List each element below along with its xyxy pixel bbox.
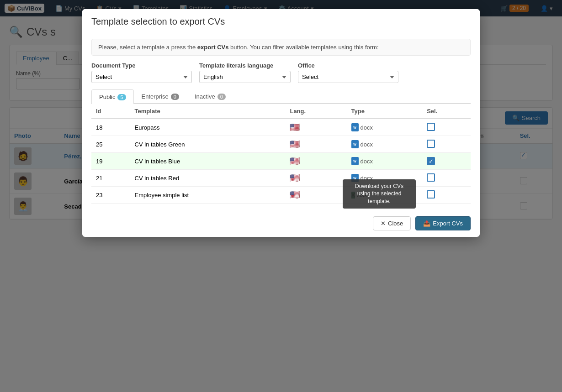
- select-checkbox[interactable]: [427, 173, 435, 182]
- export-icon: 📤: [423, 220, 430, 227]
- modal-header: Template selection to export CVs: [82, 9, 480, 32]
- filetype-icon: W docx: [351, 123, 373, 131]
- filetype-icon: W docx: [351, 157, 373, 165]
- template-lang: 🇺🇸: [285, 119, 346, 136]
- col-lang: Lang.: [285, 104, 346, 119]
- close-button[interactable]: ✕ Close: [373, 216, 411, 230]
- template-id: 23: [91, 187, 130, 204]
- template-lang: 🇺🇸: [285, 136, 346, 153]
- tab-public-badge: 5: [117, 94, 126, 100]
- template-name: CV in tables Red: [130, 170, 286, 187]
- doctype-label: Document Type: [91, 62, 192, 69]
- template-id: 18: [91, 119, 130, 136]
- page-background: 🔍 CVs s Employee C... Name (%) Main degr…: [0, 16, 562, 391]
- filetype-icon: W docx: [351, 140, 373, 148]
- template-name: CV in tables Blue: [130, 153, 286, 170]
- language-label: Template literals language: [199, 62, 291, 69]
- modal-footer: Download your CVs using the selected tem…: [82, 210, 480, 237]
- template-row[interactable]: 18 Europass 🇺🇸 W docx: [91, 119, 471, 136]
- template-type: W docx: [347, 119, 423, 136]
- tab-inactive[interactable]: Inactive 0: [187, 89, 233, 103]
- template-name: CV in tables Green: [130, 136, 286, 153]
- modal-body: Please, select a template a press the ex…: [82, 32, 480, 210]
- doctype-select[interactable]: Select Word Excel: [91, 71, 192, 83]
- export-bold-label: export CVs: [197, 44, 229, 51]
- modal-overlay: Template selection to export CVs Please,…: [0, 0, 562, 391]
- export-cvs-button[interactable]: 📤 Export CVs: [415, 216, 471, 230]
- doctype-filter-group: Document Type Select Word Excel: [91, 62, 192, 83]
- template-lang: 🇺🇸: [285, 187, 346, 204]
- col-template: Template: [130, 104, 286, 119]
- template-lang: 🇺🇸: [285, 153, 346, 170]
- tab-inactive-label: Inactive: [195, 93, 215, 100]
- select-checkbox[interactable]: [427, 190, 435, 199]
- office-select[interactable]: Select Oficina central London Office: [298, 71, 398, 83]
- flag-icon: 🇺🇸: [290, 123, 300, 132]
- modal-description: Please, select a template a press the ex…: [91, 39, 471, 56]
- template-sel[interactable]: [422, 136, 471, 153]
- modal-title: Template selection to export CVs: [91, 16, 471, 27]
- template-id: 25: [91, 136, 130, 153]
- template-sel[interactable]: [422, 187, 471, 204]
- template-lang: 🇺🇸: [285, 170, 346, 187]
- select-checkbox[interactable]: ✓: [427, 157, 435, 165]
- flag-icon: 🇺🇸: [290, 140, 300, 149]
- tab-enterprise[interactable]: Enterprise 0: [134, 89, 187, 103]
- col-sel: Sel.: [422, 104, 471, 119]
- office-filter-group: Office Select Oficina central London Off…: [298, 62, 398, 83]
- flag-icon: 🇺🇸: [290, 173, 300, 183]
- export-tooltip: Download your CVs using the selected tem…: [343, 179, 416, 209]
- language-filter-group: Template literals language English Spani…: [199, 62, 291, 83]
- template-selection-modal: Template selection to export CVs Please,…: [82, 9, 480, 237]
- template-row[interactable]: 19 CV in tables Blue 🇺🇸 W docx ✓: [91, 153, 471, 170]
- template-name: Employee simple list: [130, 187, 286, 204]
- tab-enterprise-badge: 0: [171, 94, 179, 100]
- modal-filters: Document Type Select Word Excel Template…: [91, 62, 471, 83]
- template-type: W docx: [347, 136, 423, 153]
- template-id: 21: [91, 170, 130, 187]
- tab-public-label: Public: [99, 94, 115, 100]
- col-id: Id: [91, 104, 130, 119]
- col-type: Type: [347, 104, 423, 119]
- template-sel[interactable]: [422, 119, 471, 136]
- tab-enterprise-label: Enterprise: [142, 93, 169, 100]
- template-row[interactable]: 25 CV in tables Green 🇺🇸 W docx: [91, 136, 471, 153]
- office-label: Office: [298, 62, 398, 69]
- close-icon: ✕: [381, 220, 386, 227]
- template-type: W docx: [347, 153, 423, 170]
- tab-public[interactable]: Public 5: [91, 89, 134, 104]
- select-checkbox[interactable]: [427, 140, 435, 148]
- template-name: Europass: [130, 119, 286, 136]
- tab-inactive-badge: 0: [217, 94, 226, 100]
- template-sel[interactable]: ✓: [422, 153, 471, 170]
- flag-icon: 🇺🇸: [290, 190, 300, 199]
- flag-icon: 🇺🇸: [290, 157, 300, 166]
- select-checkbox[interactable]: [427, 123, 435, 131]
- template-id: 19: [91, 153, 130, 170]
- template-sel[interactable]: [422, 170, 471, 187]
- modal-tabs: Public 5 Enterprise 0 Inactive 0: [91, 89, 471, 104]
- language-select[interactable]: English Spanish French: [199, 71, 291, 83]
